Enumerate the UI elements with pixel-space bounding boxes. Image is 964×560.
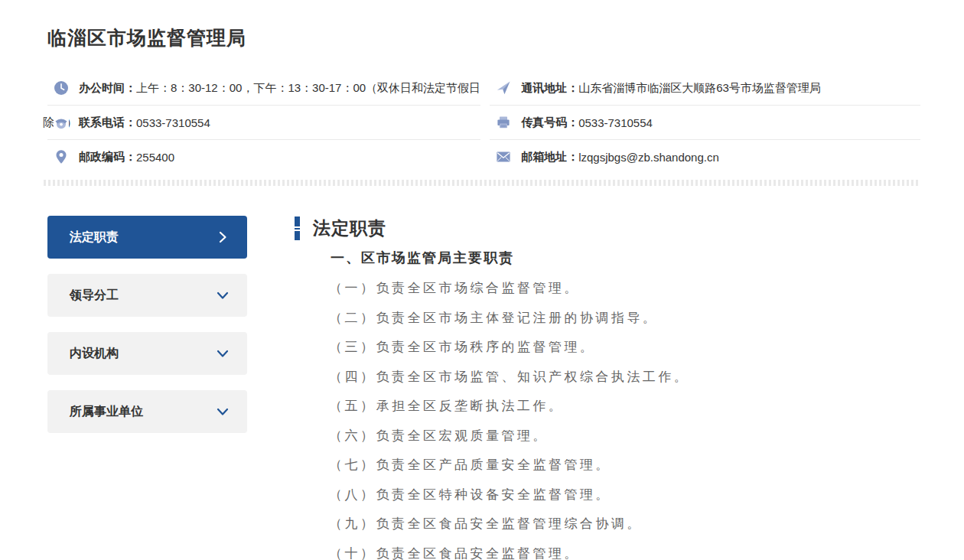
contact-row: 办公时间：上午：8：30-12：00，下午：13：30-17：00（双休日和法定…	[47, 71, 480, 106]
sidebar-item-label: 法定职责	[70, 230, 119, 246]
chevron-down-icon	[215, 404, 230, 419]
duty-item: （四）负责全区市场监管、知识产权综合执法工作。	[329, 363, 920, 392]
contact-column-left: 办公时间：上午：8：30-12：00，下午：13：30-17：00（双休日和法定…	[47, 71, 480, 174]
contact-value: 0533-7310554	[578, 116, 653, 129]
sidebar-item-label: 所属事业单位	[70, 404, 143, 420]
contact-label: 联系电话：	[79, 116, 136, 130]
contact-value: lzqgsjbgs@zb.shandong.cn	[578, 151, 719, 164]
duty-item: （五）承担全区反垄断执法工作。	[329, 392, 920, 422]
sidebar-item-label: 内设机构	[70, 346, 119, 362]
section-accent-bar-icon	[295, 217, 300, 240]
clock-icon	[54, 80, 69, 96]
envelope-icon	[496, 149, 511, 164]
contact-label: 通讯地址：	[521, 81, 578, 96]
contact-label: 邮箱地址：	[521, 150, 578, 164]
location-pin-icon	[54, 149, 69, 164]
duty-item: （三）负责全区市场秩序的监督管理。	[329, 333, 920, 363]
duty-item: （七）负责全区产品质量安全监督管理。	[329, 451, 920, 480]
content-area: 法定职责领导分工内设机构所属事业单位 法定职责 一、区市场监管局主要职责 （一）…	[47, 216, 920, 560]
subsection-title: 一、区市场监管局主要职责	[331, 249, 920, 267]
duty-item: （九）负责全区食品安全监督管理综合协调。	[329, 510, 920, 539]
contact-value: 255400	[136, 151, 174, 164]
sidebar-item-1[interactable]: 法定职责	[47, 216, 247, 259]
chevron-down-icon	[215, 346, 230, 361]
fax-icon	[496, 115, 511, 130]
main-content: 法定职责 一、区市场监管局主要职责 （一）负责全区市场综合监督管理。（二）负责全…	[295, 216, 920, 560]
duty-item: （二）负责全区市场主体登记注册的协调指导。	[329, 304, 920, 334]
duty-item: （一）负责全区市场综合监督管理。	[329, 274, 920, 304]
contact-column-right: 通讯地址：山东省淄博市临淄区大顺路63号市场监督管理局传真号码：0533-731…	[490, 71, 920, 174]
duties-list: （一）负责全区市场综合监督管理。（二）负责全区市场主体登记注册的协调指导。（三）…	[329, 274, 920, 560]
contact-value: 上午：8：30-12：00，下午：13：30-17：00（双休日和法定节假日	[136, 81, 480, 96]
section-divider	[44, 180, 920, 186]
sidebar-item-2[interactable]: 领导分工	[47, 274, 247, 317]
contact-row: 除外）联系电话：0533-7310554	[47, 106, 480, 140]
duty-item: （十）负责全区食品安全监督管理。	[329, 539, 920, 560]
duty-item: （八）负责全区特种设备安全监督管理。	[329, 480, 920, 510]
sidebar-item-4[interactable]: 所属事业单位	[47, 390, 247, 433]
duty-item: （六）负责全区宏观质量管理。	[329, 422, 920, 451]
contact-row: 邮箱地址：lzqgsjbgs@zb.shandong.cn	[490, 140, 920, 174]
contact-info-panel: 办公时间：上午：8：30-12：00，下午：13：30-17：00（双休日和法定…	[47, 71, 920, 174]
page: 临淄区市场监督管理局 办公时间：上午：8：30-12：00，下午：13：30-1…	[0, 0, 964, 560]
sidebar-item-label: 领导分工	[70, 288, 119, 304]
contact-value: 0533-7310554	[136, 116, 210, 129]
contact-row: 邮政编码：255400	[47, 140, 480, 174]
contact-value: 山东省淄博市临淄区大顺路63号市场监督管理局	[578, 81, 821, 96]
section-title: 法定职责	[313, 217, 386, 240]
contact-label: 邮政编码：	[79, 150, 136, 164]
page-title: 临淄区市场监督管理局	[47, 0, 920, 71]
contact-row: 通讯地址：山东省淄博市临淄区大顺路63号市场监督管理局	[490, 71, 920, 106]
chevron-down-icon	[215, 288, 230, 303]
contact-label: 传真号码：	[521, 116, 578, 130]
sidebar-item-3[interactable]: 内设机构	[47, 332, 247, 375]
send-icon	[496, 80, 511, 96]
phone-icon	[54, 115, 69, 130]
contact-label: 办公时间：	[79, 81, 136, 96]
chevron-right-icon	[215, 230, 230, 245]
section-header: 法定职责	[295, 216, 920, 240]
contact-row: 传真号码：0533-7310554	[490, 106, 920, 140]
sidebar-nav: 法定职责领导分工内设机构所属事业单位	[47, 216, 247, 560]
